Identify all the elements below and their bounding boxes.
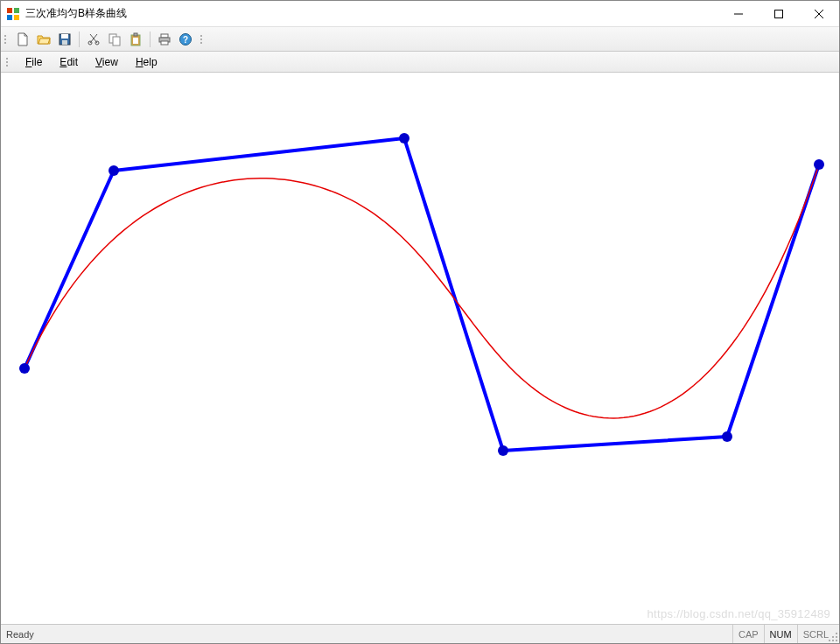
svg-point-33 <box>836 636 837 638</box>
toolbar: ? <box>1 27 839 52</box>
svg-point-31 <box>836 633 837 634</box>
cut-button[interactable] <box>84 30 103 49</box>
status-num: NUM <box>764 625 797 643</box>
client-area[interactable]: https://blog.csdn.net/qq_35912489 <box>1 73 839 624</box>
toolbar-separator <box>150 32 150 47</box>
maximize-button[interactable] <box>759 1 799 26</box>
statusbar: Ready CAP NUM SCRL <box>1 624 839 643</box>
svg-point-34 <box>829 640 830 641</box>
menu-file[interactable]: File <box>17 53 51 71</box>
svg-rect-22 <box>161 41 168 45</box>
menu-help[interactable]: Help <box>127 53 166 71</box>
svg-rect-3 <box>14 15 19 20</box>
svg-rect-19 <box>133 38 138 44</box>
svg-point-36 <box>836 640 837 641</box>
svg-rect-10 <box>62 40 67 45</box>
svg-point-35 <box>832 640 834 641</box>
svg-point-26 <box>108 165 119 176</box>
save-button[interactable] <box>55 30 74 49</box>
svg-rect-5 <box>775 10 783 18</box>
new-file-button[interactable] <box>13 30 32 49</box>
menubar: File Edit View Help <box>1 52 839 73</box>
svg-point-29 <box>722 431 732 442</box>
window-title: 三次准均匀B样条曲线 <box>25 6 127 21</box>
svg-point-28 <box>498 445 508 456</box>
menubar-grip[interactable] <box>6 55 11 69</box>
toolbar-separator <box>79 32 80 47</box>
open-file-button[interactable] <box>34 30 53 49</box>
svg-point-27 <box>399 133 410 144</box>
help-button[interactable]: ? <box>176 30 195 49</box>
titlebar: 三次准均匀B样条曲线 <box>1 1 839 27</box>
paste-button[interactable] <box>126 30 145 49</box>
minimize-button[interactable] <box>718 1 759 26</box>
close-button[interactable] <box>799 1 839 26</box>
toolbar-grip[interactable] <box>200 31 206 48</box>
app-icon <box>6 7 20 21</box>
svg-text:?: ? <box>183 35 188 45</box>
svg-point-32 <box>832 636 834 638</box>
toolbar-grip[interactable] <box>4 31 10 48</box>
svg-rect-1 <box>14 8 19 13</box>
svg-point-30 <box>814 159 824 170</box>
print-button[interactable] <box>155 30 174 49</box>
menu-help-label: elp <box>144 56 158 68</box>
bspline-plot <box>1 73 839 624</box>
svg-rect-18 <box>134 33 137 36</box>
svg-rect-2 <box>7 15 12 20</box>
svg-rect-16 <box>113 37 120 46</box>
menu-edit[interactable]: Edit <box>51 53 87 71</box>
menu-view-label: iew <box>102 56 118 68</box>
status-cap: CAP <box>732 625 764 643</box>
window-controls <box>718 1 839 26</box>
svg-rect-0 <box>7 8 12 13</box>
menu-view[interactable]: View <box>87 53 127 71</box>
menu-file-label: ile <box>32 56 42 68</box>
status-ready: Ready <box>6 629 34 640</box>
svg-point-25 <box>19 363 30 374</box>
resize-grip-icon[interactable] <box>828 632 838 642</box>
svg-rect-20 <box>161 34 168 38</box>
copy-button[interactable] <box>105 30 124 49</box>
svg-rect-9 <box>61 34 68 38</box>
menu-edit-label: dit <box>66 56 78 68</box>
